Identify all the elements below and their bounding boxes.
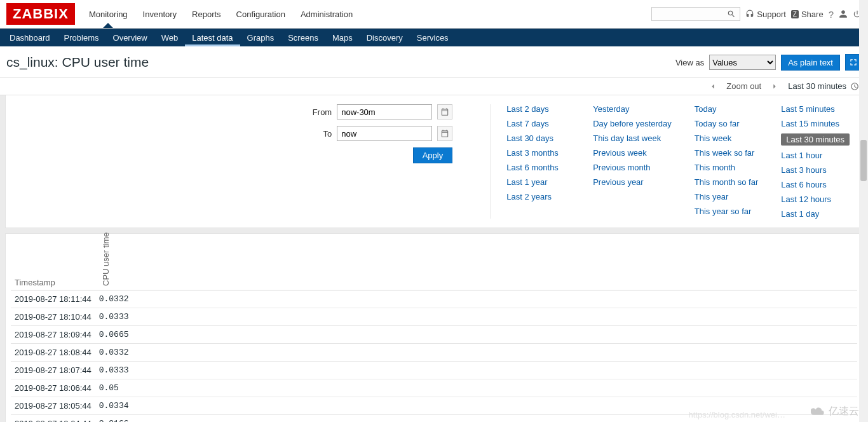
time-presets: Last 2 daysLast 7 daysLast 30 daysLast 3… bbox=[491, 104, 850, 219]
header-tools: Support Z Share ? bbox=[651, 7, 862, 21]
preset-previous-year[interactable]: Previous year bbox=[593, 177, 672, 187]
table-row: 2019-08-27 18:09:440.0665 bbox=[11, 325, 857, 343]
preset-last-2-days[interactable]: Last 2 days bbox=[506, 104, 570, 114]
preset-column: YesterdayDay before yesterdayThis day la… bbox=[593, 104, 672, 219]
preset-column: TodayToday so farThis weekThis week so f… bbox=[695, 104, 758, 219]
preset-this-year-so-far[interactable]: This year so far bbox=[695, 207, 758, 216]
preset-last-1-hour[interactable]: Last 1 hour bbox=[781, 151, 850, 160]
time-range-toggle[interactable]: Last 30 minutes bbox=[788, 81, 859, 91]
cell-timestamp: 2019-08-27 18:06:44 bbox=[11, 379, 95, 397]
preset-last-6-hours[interactable]: Last 6 hours bbox=[781, 180, 850, 189]
scrollbar-thumb[interactable] bbox=[860, 140, 867, 181]
time-range-text: Last 30 minutes bbox=[788, 81, 846, 91]
to-label: To bbox=[323, 129, 332, 139]
search-icon bbox=[727, 10, 736, 18]
preset-day-before-yesterday[interactable]: Day before yesterday bbox=[593, 119, 672, 128]
preset-previous-month[interactable]: Previous month bbox=[593, 163, 672, 172]
calendar-icon bbox=[440, 107, 449, 116]
cell-timestamp: 2019-08-27 18:09:44 bbox=[11, 325, 95, 343]
preset-last-12-hours[interactable]: Last 12 hours bbox=[781, 194, 850, 204]
cell-value: 0.05 bbox=[95, 379, 857, 397]
preset-last-2-years[interactable]: Last 2 years bbox=[506, 192, 570, 201]
main-nav: MonitoringInventoryReportsConfigurationA… bbox=[81, 0, 651, 28]
preset-last-3-months[interactable]: Last 3 months bbox=[506, 148, 570, 158]
view-as-label: View as bbox=[675, 58, 704, 67]
support-text: Support bbox=[757, 10, 786, 19]
title-bar: cs_linux: CPU user time View as Values A… bbox=[0, 46, 868, 78]
preset-this-week-so-far[interactable]: This week so far bbox=[695, 148, 758, 158]
sub-tab-dashboard[interactable]: Dashboard bbox=[3, 29, 57, 46]
cell-value: 0.0332 bbox=[95, 343, 857, 361]
to-input[interactable] bbox=[337, 126, 432, 141]
sub-tab-problems[interactable]: Problems bbox=[57, 29, 106, 46]
main-tab-inventory[interactable]: Inventory bbox=[135, 0, 184, 28]
preset-today[interactable]: Today bbox=[695, 104, 758, 114]
main-tab-administration[interactable]: Administration bbox=[293, 0, 360, 28]
cell-value: 0.0334 bbox=[95, 397, 857, 414]
preset-last-30-minutes[interactable]: Last 30 minutes bbox=[781, 133, 850, 146]
cell-timestamp: 2019-08-27 18:10:44 bbox=[11, 308, 95, 325]
z-badge-icon: Z bbox=[791, 10, 799, 18]
sub-tab-overview[interactable]: Overview bbox=[106, 29, 154, 46]
main-tab-configuration[interactable]: Configuration bbox=[229, 0, 293, 28]
table-row: 2019-08-27 18:07:440.0333 bbox=[11, 361, 857, 379]
from-calendar-button[interactable] bbox=[437, 104, 452, 119]
col-header-value[interactable]: CPU user time bbox=[95, 239, 857, 290]
share-text: Share bbox=[801, 10, 824, 19]
preset-last-1-day[interactable]: Last 1 day bbox=[781, 209, 850, 219]
view-as-select[interactable]: Values bbox=[709, 55, 776, 70]
preset-last-5-minutes[interactable]: Last 5 minutes bbox=[781, 104, 850, 114]
user-menu[interactable] bbox=[839, 10, 848, 18]
zoom-out-link[interactable]: Zoom out bbox=[726, 81, 761, 91]
preset-yesterday[interactable]: Yesterday bbox=[593, 104, 672, 114]
sub-tab-screens[interactable]: Screens bbox=[281, 29, 325, 46]
preset-this-week[interactable]: This week bbox=[695, 133, 758, 143]
data-table: Timestamp CPU user time 2019-08-27 18:11… bbox=[11, 239, 857, 422]
time-nav-bar: Zoom out Last 30 minutes bbox=[0, 78, 868, 95]
preset-last-7-days[interactable]: Last 7 days bbox=[506, 119, 570, 128]
main-tab-monitoring[interactable]: Monitoring bbox=[81, 0, 135, 28]
sub-tab-latest-data[interactable]: Latest data bbox=[185, 29, 240, 46]
preset-column: Last 5 minutesLast 15 minutesLast 30 min… bbox=[781, 104, 850, 219]
from-label: From bbox=[313, 107, 332, 117]
from-input[interactable] bbox=[337, 104, 432, 119]
preset-today-so-far[interactable]: Today so far bbox=[695, 119, 758, 128]
preset-this-month[interactable]: This month bbox=[695, 163, 758, 172]
help-link[interactable]: ? bbox=[829, 9, 834, 20]
time-prev-button[interactable] bbox=[709, 82, 717, 91]
cell-timestamp: 2019-08-27 18:08:44 bbox=[11, 343, 95, 361]
main-tab-reports[interactable]: Reports bbox=[184, 0, 229, 28]
preset-last-1-year[interactable]: Last 1 year bbox=[506, 177, 570, 187]
table-row: 2019-08-27 18:10:440.0333 bbox=[11, 308, 857, 325]
preset-this-year[interactable]: This year bbox=[695, 192, 758, 201]
preset-this-month-so-far[interactable]: This month so far bbox=[695, 177, 758, 187]
col-header-timestamp[interactable]: Timestamp bbox=[11, 239, 95, 290]
brand-logo[interactable]: ZABBIX bbox=[6, 3, 75, 25]
preset-last-30-days[interactable]: Last 30 days bbox=[506, 133, 570, 143]
preset-last-6-months[interactable]: Last 6 months bbox=[506, 163, 570, 172]
time-next-button[interactable] bbox=[770, 82, 779, 91]
share-link[interactable]: Z Share bbox=[791, 10, 824, 19]
to-calendar-button[interactable] bbox=[437, 126, 452, 141]
headset-icon bbox=[745, 10, 754, 18]
as-plain-text-button[interactable]: As plain text bbox=[781, 55, 840, 71]
clock-icon bbox=[850, 82, 859, 91]
top-header: ZABBIX MonitoringInventoryReportsConfigu… bbox=[0, 0, 868, 29]
sub-tab-discovery[interactable]: Discovery bbox=[360, 29, 410, 46]
preset-this-day-last-week[interactable]: This day last week bbox=[593, 133, 672, 143]
preset-last-3-hours[interactable]: Last 3 hours bbox=[781, 165, 850, 175]
window-scrollbar[interactable] bbox=[859, 0, 868, 422]
apply-button[interactable]: Apply bbox=[413, 147, 453, 163]
sub-tab-graphs[interactable]: Graphs bbox=[240, 29, 281, 46]
search-input[interactable] bbox=[651, 7, 740, 21]
preset-column: Last 2 daysLast 7 daysLast 30 daysLast 3… bbox=[506, 104, 570, 219]
sub-tab-web[interactable]: Web bbox=[154, 29, 186, 46]
sub-tab-maps[interactable]: Maps bbox=[325, 29, 360, 46]
expand-icon bbox=[849, 58, 858, 67]
preset-last-15-minutes[interactable]: Last 15 minutes bbox=[781, 119, 850, 128]
preset-previous-week[interactable]: Previous week bbox=[593, 148, 672, 158]
sub-tab-services[interactable]: Services bbox=[410, 29, 456, 46]
table-row: 2019-08-27 18:04:440.0166 bbox=[11, 414, 857, 422]
table-row: 2019-08-27 18:06:440.05 bbox=[11, 379, 857, 397]
support-link[interactable]: Support bbox=[745, 10, 786, 19]
